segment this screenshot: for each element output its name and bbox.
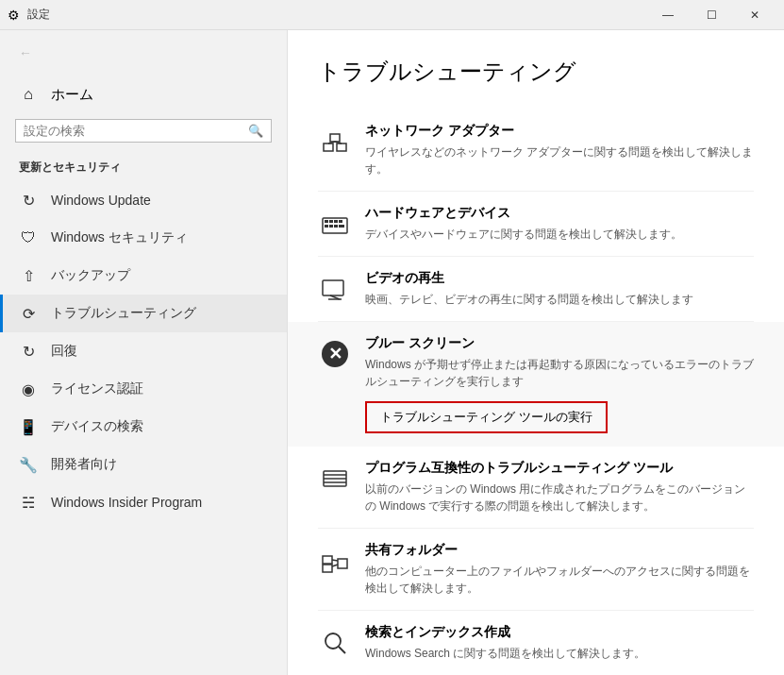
search-icon: 🔍 [248,124,263,138]
sidebar-item-backup[interactable]: ⇧ バックアップ [0,257,287,295]
activation-icon: ◉ [19,380,38,398]
home-icon: ⌂ [19,85,38,104]
svg-rect-9 [339,220,342,223]
backup-icon: ⇧ [19,266,38,285]
page-title: トラブルシューティング [318,57,754,87]
compat-icon [318,462,352,496]
svg-rect-1 [330,134,340,142]
section-label: 更新とセキュリティ [0,152,287,181]
folder-title: 共有フォルダー [365,542,754,559]
home-label: ホーム [51,86,93,104]
insider-icon: ☵ [19,493,38,512]
sidebar-item-label: 回復 [51,343,77,360]
video-text: ビデオの再生 映画、テレビ、ビデオの再生に関する問題を検出して解決します [365,270,754,308]
svg-rect-6 [325,220,328,223]
svg-line-24 [332,560,338,561]
network-icon [318,125,352,159]
svg-rect-22 [323,556,332,564]
sidebar-item-label: トラブルシューティング [51,305,196,322]
titlebar-controls: — ☐ ✕ [646,0,776,30]
run-troubleshoot-button[interactable]: トラブルシューティング ツールの実行 [365,401,608,433]
bluescreen-item[interactable]: ✕ ブルー スクリーン Windows が予期せず停止または再起動する原因になっ… [288,322,784,447]
svg-line-3 [328,142,335,143]
sidebar: ← ⌂ ホーム 🔍 更新とセキュリティ ↻ Windows Update 🛡 W… [0,30,288,675]
sidebar-item-label: Windows Update [51,193,151,208]
svg-line-4 [335,142,342,143]
sidebar-item-activation[interactable]: ◉ ライセンス認証 [0,370,287,408]
video-title: ビデオの再生 [365,270,754,287]
sidebar-item-home[interactable]: ⌂ ホーム [0,76,287,113]
sidebar-item-windows-update[interactable]: ↻ Windows Update [0,181,287,219]
hardware-icon [318,207,352,241]
hardware-text: ハードウェアとデバイス デバイスやハードウェアに関する問題を検出して解決します。 [365,205,754,243]
sidebar-nav: ← [0,30,287,76]
svg-rect-7 [329,220,333,223]
bluescreen-text: ブルー スクリーン Windows が予期せず停止または再起動する原因になってい… [365,335,754,433]
sidebar-item-label: 開発者向け [51,456,117,473]
svg-rect-8 [334,220,338,223]
svg-rect-10 [325,225,328,228]
minimize-button[interactable]: — [646,0,690,30]
search-input[interactable] [24,124,248,138]
compat-text: プログラム互換性のトラブルシューティング ツール 以前のバージョンの Windo… [365,460,754,515]
main-content: トラブルシューティング ネットワーク アダプター ワイヤレスなどのネットワーク … [288,30,784,675]
device-icon: 📱 [19,417,38,436]
sidebar-item-developer[interactable]: 🔧 開発者向け [0,446,287,483]
svg-rect-11 [329,225,333,228]
svg-point-26 [325,633,341,649]
titlebar: ⚙ 設定 — ☐ ✕ [0,0,784,30]
list-item[interactable]: ビデオの再生 映画、テレビ、ビデオの再生に関する問題を検出して解決します [318,257,754,322]
close-button[interactable]: ✕ [733,0,776,30]
sidebar-item-recovery[interactable]: ↻ 回復 [0,332,287,370]
search-index-desc: Windows Search に関する問題を検出して解決します。 [365,645,754,662]
svg-rect-12 [334,225,338,228]
settings-icon: ⚙ [8,8,20,23]
video-icon [318,272,352,306]
bluescreen-icon: ✕ [318,337,352,371]
svg-rect-23 [338,559,347,568]
network-title: ネットワーク アダプター [365,123,754,140]
svg-line-27 [339,647,345,653]
hardware-desc: デバイスやハードウェアに関する問題を検出して解決します。 [365,226,754,243]
sidebar-item-windows-security[interactable]: 🛡 Windows セキュリティ [0,219,287,257]
troubleshoot-icon: ⟳ [19,304,38,323]
search-index-title: 検索とインデックス作成 [365,624,754,641]
bluescreen-title: ブルー スクリーン [365,335,754,352]
app-container: ← ⌂ ホーム 🔍 更新とセキュリティ ↻ Windows Update 🛡 W… [0,30,784,675]
sidebar-item-device-search[interactable]: 📱 デバイスの検索 [0,408,287,446]
svg-line-25 [332,565,338,566]
search-index-text: 検索とインデックス作成 Windows Search に関する問題を検出して解決… [365,624,754,662]
folder-desc: 他のコンピューター上のファイルやフォルダーへのアクセスに関する問題を検出して解決… [365,563,754,597]
titlebar-title: 設定 [27,7,646,23]
list-item[interactable]: 共有フォルダー 他のコンピューター上のファイルやフォルダーへのアクセスに関する問… [318,529,754,611]
svg-rect-21 [323,565,332,572]
sidebar-item-insider[interactable]: ☵ Windows Insider Program [0,483,287,521]
folder-text: 共有フォルダー 他のコンピューター上のファイルやフォルダーへのアクセスに関する問… [365,542,754,597]
list-item[interactable]: プログラム互換性のトラブルシューティング ツール 以前のバージョンの Windo… [318,447,754,529]
sidebar-item-label: Windows Insider Program [51,495,202,510]
hardware-title: ハードウェアとデバイス [365,205,754,222]
video-desc: 映画、テレビ、ビデオの再生に関する問題を検出して解決します [365,291,754,308]
shield-icon: 🛡 [19,228,38,247]
sidebar-item-troubleshooting[interactable]: ⟳ トラブルシューティング [0,295,287,332]
maximize-button[interactable]: ☐ [690,0,733,30]
search-box[interactable]: 🔍 [15,119,272,143]
update-icon: ↻ [19,191,38,210]
sidebar-item-label: Windows セキュリティ [51,229,188,246]
compat-title: プログラム互換性のトラブルシューティング ツール [365,460,754,477]
sidebar-item-label: バックアップ [51,267,130,284]
back-button[interactable]: ← [11,39,40,67]
svg-rect-13 [339,225,344,228]
list-item[interactable]: ハードウェアとデバイス デバイスやハードウェアに関する問題を検出して解決します。 [318,192,754,257]
svg-rect-0 [324,143,333,151]
folder-icon [318,544,352,578]
network-desc: ワイヤレスなどのネットワーク アダプターに関する問題を検出して解決します。 [365,143,754,177]
bluescreen-desc: Windows が予期せず停止または再起動する原因になっているエラーのトラブルシ… [365,356,754,390]
network-text: ネットワーク アダプター ワイヤレスなどのネットワーク アダプターに関する問題を… [365,123,754,177]
sidebar-item-label: ライセンス認証 [51,380,143,397]
list-item[interactable]: 検索とインデックス作成 Windows Search に関する問題を検出して解決… [318,611,754,675]
sidebar-item-label: デバイスの検索 [51,418,143,435]
svg-rect-2 [337,143,346,151]
dev-icon: 🔧 [19,455,38,474]
list-item[interactable]: ネットワーク アダプター ワイヤレスなどのネットワーク アダプターに関する問題を… [318,110,754,192]
